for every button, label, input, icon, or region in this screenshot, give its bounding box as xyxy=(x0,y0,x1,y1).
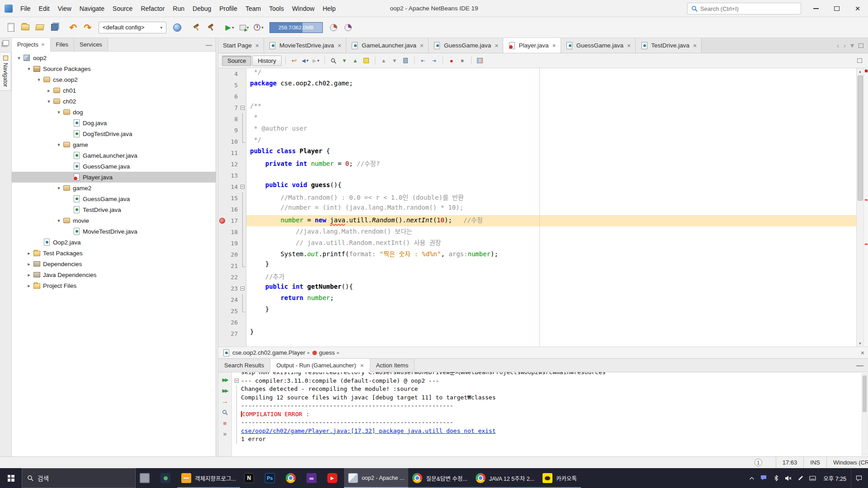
code-line-19[interactable]: // java.utill.Random.nextInt() 사용 권장 xyxy=(250,238,868,249)
clock[interactable]: 오후 7:25 xyxy=(819,474,851,483)
tree-item-guessgame-java[interactable]: GuessGame.java xyxy=(12,193,216,204)
code-line-22[interactable]: //추가 xyxy=(250,272,868,283)
code-line-10[interactable]: */ xyxy=(250,136,868,147)
output-tab-action-items[interactable]: Action Items xyxy=(370,359,415,372)
output-line[interactable]: ----------------------------------------… xyxy=(234,402,868,410)
code-line-5[interactable]: package cse.oop2.ch02.game; xyxy=(250,80,868,91)
editor-tab-player-java[interactable]: Player.java× xyxy=(503,38,561,53)
gc-profile-button[interactable] xyxy=(341,20,355,35)
collapse-icon[interactable]: ▾ xyxy=(55,218,62,224)
volume-muted-icon[interactable] xyxy=(782,468,794,488)
tree-item-cse-oop2[interactable]: ▾cse.oop2 xyxy=(12,74,216,85)
maximize-editor-button[interactable] xyxy=(854,55,864,66)
insert-mode[interactable]: INS xyxy=(803,457,826,468)
maximize-button[interactable] xyxy=(826,0,847,17)
code-line-16[interactable]: //number = (int) (java.lang.Math.random(… xyxy=(250,204,868,215)
source-view-button[interactable]: Source xyxy=(222,56,251,66)
scrollbar-thumb[interactable] xyxy=(858,75,863,201)
start-macro-button[interactable]: ● xyxy=(447,55,457,66)
code-line-13[interactable] xyxy=(250,170,868,181)
close-tab-icon[interactable]: × xyxy=(360,362,363,369)
editor-tab-movietestdrive-java[interactable]: MovieTestDrive.java× xyxy=(264,38,346,53)
menu-tools[interactable]: Tools xyxy=(265,3,288,14)
expand-icon[interactable]: ▸ xyxy=(25,272,33,278)
expand-icon[interactable]: ▸ xyxy=(45,88,52,94)
error-mark[interactable] xyxy=(865,244,868,245)
open-project-button[interactable] xyxy=(33,20,47,35)
menu-window[interactable]: Window xyxy=(288,3,319,14)
find-next-button[interactable]: ▼ xyxy=(340,55,349,66)
line-ending[interactable]: Windows (CRLF) xyxy=(826,457,868,468)
panel-tab-projects[interactable]: Projects× xyxy=(12,38,51,52)
last-edit-button[interactable]: ↩ xyxy=(289,55,299,66)
minimize-button[interactable] xyxy=(806,0,826,17)
tree-item-gamelauncher-java[interactable]: GameLauncher.java xyxy=(12,150,216,161)
shift-right-button[interactable]: ⇥ xyxy=(429,55,439,66)
fold-toggle-icon[interactable] xyxy=(235,379,239,383)
start-button[interactable] xyxy=(0,468,22,488)
gc-button[interactable] xyxy=(327,20,340,35)
close-tab-icon[interactable]: × xyxy=(693,42,697,49)
code-editor[interactable]: 4567891011121314151617181920212223242526… xyxy=(218,68,868,347)
menu-source[interactable]: Source xyxy=(108,3,137,14)
output-line[interactable]: skip non existing resourceDirectory C:₩U… xyxy=(234,372,868,377)
close-tab-icon[interactable]: × xyxy=(255,42,259,49)
collapse-icon[interactable]: ▾ xyxy=(15,55,23,61)
tree-item-dog[interactable]: ▾dog xyxy=(12,107,216,117)
touch-keyboard-icon[interactable] xyxy=(807,468,819,488)
undo-button[interactable]: ↶ xyxy=(66,20,80,35)
scrollbar-thumb[interactable] xyxy=(863,375,867,412)
taskbar-search[interactable]: 검색 xyxy=(22,468,136,488)
expand-icon[interactable]: ▸ xyxy=(25,261,33,267)
back-button[interactable]: ◀▾ xyxy=(300,55,310,66)
output-line[interactable]: 1 error xyxy=(234,435,868,444)
collapse-icon[interactable]: ▾ xyxy=(55,185,62,191)
scroll-tabs-right-icon[interactable]: › xyxy=(844,42,846,49)
taskbar-app-pinned-photo[interactable] xyxy=(156,468,177,488)
taskbar-app-chrome-window-2[interactable]: JAVA 12 5주차 2... xyxy=(472,468,538,488)
error-bulb-icon[interactable] xyxy=(218,218,226,224)
clean-build-button[interactable] xyxy=(204,20,217,35)
chat-app-icon[interactable] xyxy=(758,468,770,488)
build-project-button[interactable] xyxy=(189,20,203,35)
panel-tab-services[interactable]: Services xyxy=(74,38,108,51)
code-line-18[interactable]: //java.lang.Math.rendom() 보다는 xyxy=(250,226,868,238)
history-view-button[interactable]: History xyxy=(252,56,281,66)
new-file-button[interactable] xyxy=(4,20,18,35)
run-project-button[interactable]: ▶▾ xyxy=(223,20,236,35)
output-line[interactable]: cse/oop2/ch02/game/Player.java:[17,32] p… xyxy=(234,427,868,436)
navigator-tab[interactable]: Navigator xyxy=(0,52,11,91)
code-line-24[interactable]: return number; xyxy=(250,294,868,305)
breadcrumb-item[interactable]: guess xyxy=(319,349,335,356)
code-line-20[interactable]: System.out.printf(format: "찍은 숫자 : %d%n"… xyxy=(250,249,868,260)
tree-item-project-files[interactable]: ▸Project Files xyxy=(12,280,216,291)
close-tab-icon[interactable]: × xyxy=(552,42,556,49)
rerun-debug-button[interactable]: ▶▶ xyxy=(219,385,231,396)
shift-left-button[interactable]: ⇤ xyxy=(418,55,428,66)
output-line[interactable]: --- compiler:3.11.0:compile (default-com… xyxy=(234,377,868,385)
code-line-15[interactable]: //Math.random() : 0.0 =< r < 1.0인 (doubl… xyxy=(250,192,868,204)
taskbar-app-youtube[interactable]: ▶ xyxy=(323,468,344,488)
menu-profile[interactable]: Profile xyxy=(215,3,241,14)
close-tab-icon[interactable]: × xyxy=(338,42,341,49)
scroll-up-icon[interactable]: ▲ xyxy=(859,68,862,75)
output-tab-output-run-gamelauncher[interactable]: Output - Run (GameLauncher)× xyxy=(270,359,370,372)
code-line-8[interactable]: * xyxy=(250,113,868,125)
code-line-9[interactable]: * @author user xyxy=(250,125,868,136)
overflow-button[interactable]: » xyxy=(219,428,231,439)
editor-tab-guessgame-java[interactable]: GuessGame.java× xyxy=(561,38,636,53)
close-tab-icon[interactable]: × xyxy=(41,41,45,48)
collapse-icon[interactable]: ▾ xyxy=(55,109,62,115)
output-line[interactable]: ----------------------------------------… xyxy=(234,418,868,427)
tree-item-movie[interactable]: ▾movie xyxy=(12,215,216,226)
collapse-icon[interactable]: ▾ xyxy=(45,99,52,104)
close-tab-icon[interactable]: × xyxy=(627,42,631,49)
menu-debug[interactable]: Debug xyxy=(189,3,215,14)
close-tab-icon[interactable]: × xyxy=(495,42,498,49)
collapse-icon[interactable]: ▾ xyxy=(35,77,42,83)
diff-button[interactable] xyxy=(475,55,485,66)
new-project-button[interactable] xyxy=(19,20,32,35)
tree-item-game2[interactable]: ▾game2 xyxy=(12,183,216,193)
tree-item-ch01[interactable]: ▸ch01 xyxy=(12,85,216,96)
output-line[interactable]: COMPILATION ERROR : xyxy=(234,410,868,419)
